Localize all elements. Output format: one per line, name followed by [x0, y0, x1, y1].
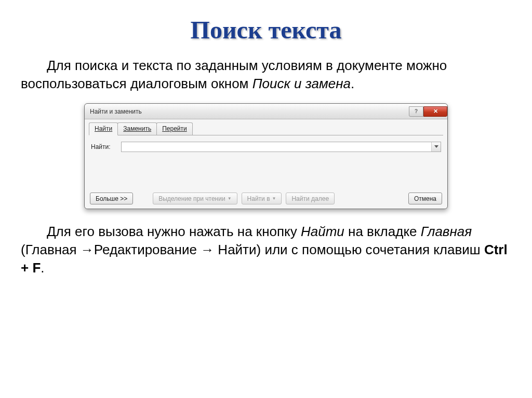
tabs: Найти Заменить Перейти [89, 122, 443, 135]
cancel-button-label: Отмена [414, 195, 436, 202]
more-button-label: Больше >> [96, 195, 127, 202]
outro-c: (Главная →Редактирование → Найти) или с … [21, 242, 484, 257]
outro-main: Главная [421, 224, 472, 239]
find-in-button[interactable]: Найти в ▼ [242, 193, 282, 204]
find-input[interactable] [122, 142, 431, 152]
find-next-button-label: Найти далее [291, 195, 329, 202]
intro-text-before: Для поиска и текста по заданным условиям… [21, 58, 447, 91]
outro-d: . [41, 260, 44, 276]
tab-replace-label: Заменить [123, 125, 151, 132]
chevron-down-icon: ▼ [272, 196, 276, 201]
find-replace-dialog: Найти и заменить ? ✕ Найти Заменить Пе [84, 103, 448, 209]
tab-goto-label: Перейти [162, 125, 187, 132]
titlebar-controls: ? ✕ [409, 106, 447, 117]
tab-find-label: Найти [95, 125, 112, 132]
button-row: Больше >> Выделение при чтении ▼ Найти в… [89, 191, 443, 204]
highlight-button[interactable]: Выделение при чтении ▼ [153, 193, 237, 204]
dialog-spacer [89, 156, 443, 191]
chevron-down-icon: ▼ [228, 196, 232, 201]
cancel-button[interactable]: Отмена [408, 193, 442, 204]
tab-replace[interactable]: Заменить [117, 122, 157, 135]
close-icon: ✕ [433, 108, 438, 115]
intro-dialog-name: Поиск и замена [252, 76, 351, 91]
page-title: Поиск текста [21, 16, 511, 44]
find-label: Найти: [91, 143, 118, 150]
outro-paragraph: Для его вызова нужно нажать на кнопку На… [21, 223, 511, 277]
highlight-button-label: Выделение при чтении [158, 195, 225, 202]
tab-find[interactable]: Найти [89, 122, 118, 135]
close-button[interactable]: ✕ [423, 106, 447, 117]
tab-goto[interactable]: Перейти [156, 122, 193, 135]
dialog-titlebar: Найти и заменить ? ✕ [85, 104, 447, 119]
find-field-row: Найти: [89, 141, 443, 156]
find-in-button-label: Найти в [247, 195, 270, 202]
find-input-wrap [121, 142, 441, 152]
more-button[interactable]: Больше >> [90, 193, 133, 204]
outro-b: на вкладке [344, 224, 421, 239]
find-history-dropdown[interactable] [431, 142, 441, 152]
help-button[interactable]: ? [409, 106, 423, 117]
outro-find: Найти [301, 224, 344, 239]
intro-paragraph: Для поиска и текста по заданным условиям… [21, 57, 511, 93]
dialog-body: Найти Заменить Перейти Найти: [85, 119, 447, 209]
outro-a: Для его вызова нужно нажать на кнопку [47, 224, 301, 239]
find-next-button[interactable]: Найти далее [286, 193, 335, 204]
chevron-down-icon [434, 145, 438, 148]
help-icon: ? [415, 108, 418, 114]
dialog-title: Найти и заменить [90, 108, 142, 115]
intro-text-after: . [351, 76, 354, 91]
